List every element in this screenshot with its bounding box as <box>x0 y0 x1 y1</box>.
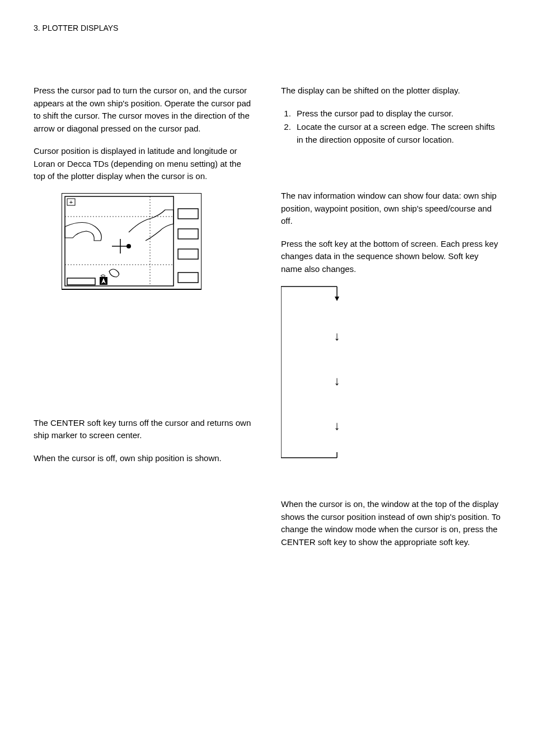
plotter-figure: + <box>62 193 253 294</box>
flow-diagram: ↓ ↓ ↓ <box>281 285 500 464</box>
svg-rect-13 <box>178 229 198 239</box>
body-text: Press the cursor pad to turn the cursor … <box>34 84 253 135</box>
svg-rect-0 <box>62 193 202 289</box>
right-column: The display can be shifted on the plotte… <box>281 84 500 558</box>
svg-rect-1 <box>65 196 174 286</box>
list-item: Press the cursor pad to display the curs… <box>293 107 500 120</box>
body-text: When the cursor is off, own ship positio… <box>34 452 253 465</box>
page-header: 3. PLOTTER DISPLAYS <box>34 22 500 34</box>
body-text: Cursor position is displayed in latitude… <box>34 145 253 183</box>
svg-marker-18 <box>335 297 339 301</box>
instruction-list: Press the cursor pad to display the curs… <box>281 107 500 147</box>
svg-rect-12 <box>178 209 198 219</box>
list-item: Locate the cursor at a screen edge. The … <box>293 121 500 146</box>
left-column: Press the cursor pad to turn the cursor … <box>34 84 253 558</box>
svg-rect-10 <box>67 278 95 285</box>
plus-icon: + <box>69 199 73 205</box>
svg-text:↓: ↓ <box>334 329 340 343</box>
body-text: The display can be shifted on the plotte… <box>281 84 500 97</box>
columns: Press the cursor pad to turn the cursor … <box>34 84 500 558</box>
svg-text:↓: ↓ <box>334 419 340 433</box>
body-text: Press the soft key at the bottom of scre… <box>281 238 500 276</box>
body-text: The nav information window can show four… <box>281 190 500 228</box>
svg-rect-15 <box>178 273 198 283</box>
body-text: The CENTER soft key turns off the cursor… <box>34 417 253 442</box>
svg-rect-14 <box>178 249 198 259</box>
svg-text:↓: ↓ <box>334 374 340 388</box>
body-text: When the cursor is on, the window at the… <box>281 498 500 548</box>
